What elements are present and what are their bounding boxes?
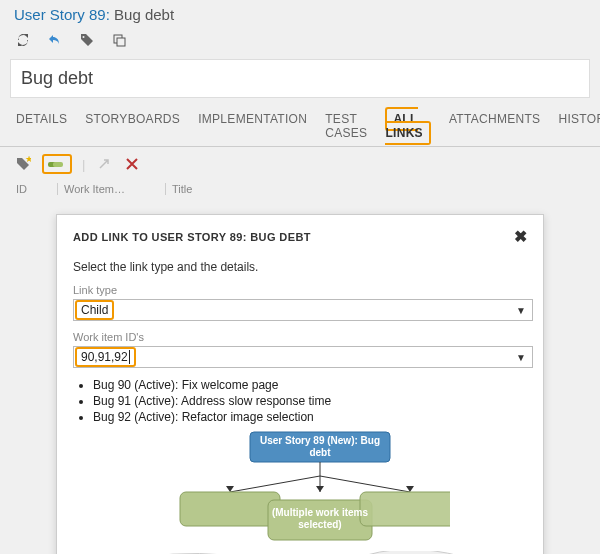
svg-marker-10 (316, 486, 324, 492)
svg-rect-12 (180, 492, 280, 526)
svg-rect-14 (360, 492, 450, 526)
work-item-ids-input[interactable]: 90,91,92 ▼ (73, 346, 533, 368)
link-type-label: Link type (73, 284, 527, 296)
link-relationship-diagram: User Story 89 (New): Bug debt (Multiple … (73, 430, 527, 548)
title-input[interactable]: Bug debt (10, 59, 590, 98)
add-link-dialog: ADD LINK TO USER STORY 89: BUG DEBT ✖ Se… (56, 214, 544, 554)
link-type-dropdown[interactable]: Child ▼ (73, 299, 533, 321)
tab-attachments[interactable]: ATTACHMENTS (447, 106, 543, 146)
svg-rect-1 (117, 38, 125, 46)
new-link-icon[interactable]: ★ (14, 155, 32, 173)
svg-rect-4 (53, 162, 63, 167)
resolved-items-list: Bug 90 (Active): Fix welcome page Bug 91… (79, 378, 527, 424)
tab-all-links[interactable]: ALL LINKS (383, 106, 433, 146)
tab-implementation[interactable]: IMPLEMENTATION (196, 106, 309, 146)
col-title[interactable]: Title (166, 183, 586, 195)
work-item-id: User Story 89 (14, 6, 106, 23)
open-link-icon[interactable] (95, 155, 113, 173)
work-item-ids-label: Work item ID's (73, 331, 527, 343)
svg-text:selected): selected) (298, 519, 341, 530)
links-table-header: ID Work Item… Title (0, 181, 600, 199)
close-icon[interactable]: ✖ (514, 227, 527, 246)
tag-icon[interactable] (78, 31, 96, 49)
tab-testcases[interactable]: TEST CASES (323, 106, 369, 146)
chevron-down-icon: ▼ (516, 352, 526, 363)
tab-storyboards[interactable]: STORYBOARDS (83, 106, 182, 146)
col-work-item[interactable]: Work Item… (58, 183, 166, 195)
toolbar-separator: | (82, 157, 85, 172)
work-item-title: Bug debt (114, 6, 174, 23)
list-item: Bug 90 (Active): Fix welcome page (93, 378, 527, 392)
delete-link-icon[interactable] (123, 155, 141, 173)
list-item: Bug 92 (Active): Refactor image selectio… (93, 410, 527, 424)
tab-details[interactable]: DETAILS (14, 106, 69, 146)
add-linked-work-item-button[interactable] (42, 154, 72, 174)
dialog-title: ADD LINK TO USER STORY 89: BUG DEBT (73, 231, 311, 243)
svg-text:★: ★ (25, 156, 31, 164)
list-item: Bug 91 (Active): Address slow response t… (93, 394, 527, 408)
col-id[interactable]: ID (14, 183, 58, 195)
title-separator: : (106, 6, 114, 23)
refresh-icon[interactable] (14, 31, 32, 49)
tab-history[interactable]: HISTORY (556, 106, 600, 146)
chevron-down-icon: ▼ (516, 305, 526, 316)
svg-text:(Multiple work items: (Multiple work items (272, 507, 369, 518)
copy-icon[interactable] (110, 31, 128, 49)
svg-text:debt: debt (309, 447, 331, 458)
svg-text:User Story 89 (New): Bug: User Story 89 (New): Bug (260, 435, 380, 446)
dialog-instruction: Select the link type and the details. (73, 260, 527, 274)
tab-bar: DETAILS STORYBOARDS IMPLEMENTATION TEST … (0, 106, 600, 147)
undo-icon[interactable] (46, 31, 64, 49)
